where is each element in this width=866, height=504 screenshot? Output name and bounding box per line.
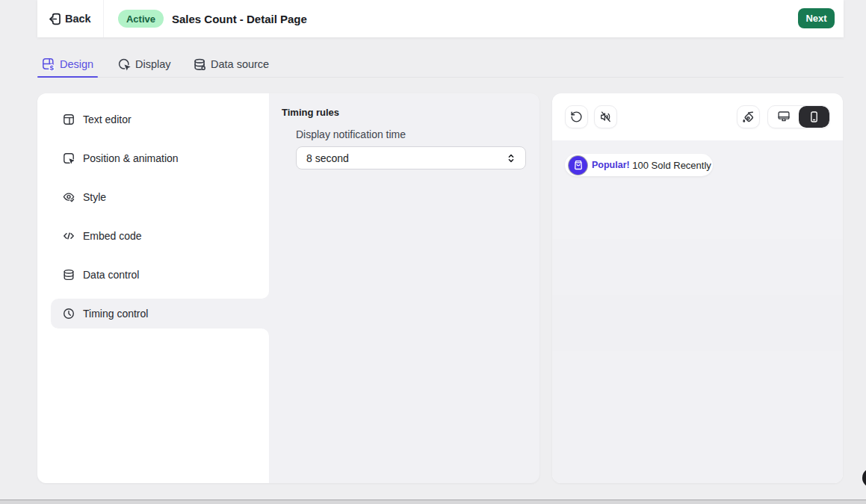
- svg-text:$: $: [50, 63, 55, 71]
